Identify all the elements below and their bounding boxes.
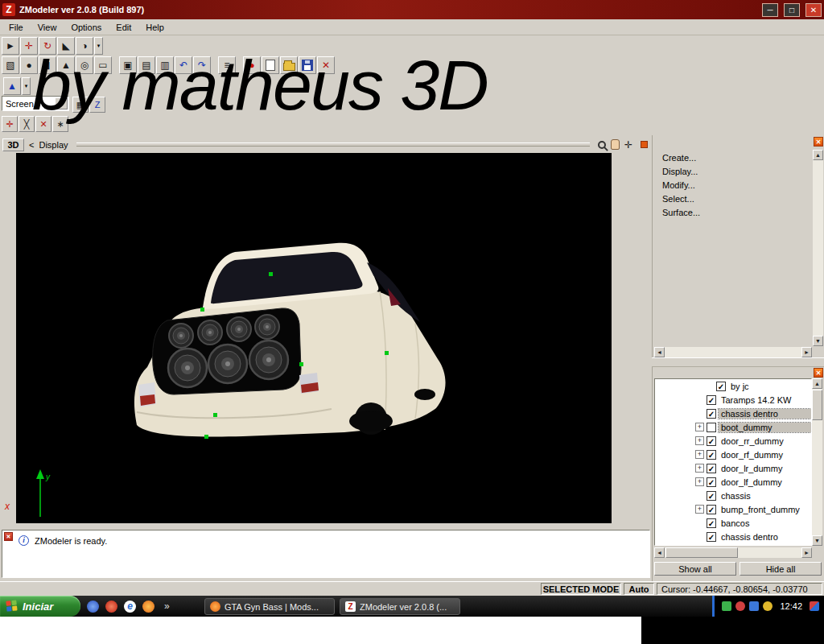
tree-item[interactable]: + ✓ door_lr_dummy	[655, 461, 811, 475]
command-modify[interactable]: Modify...	[662, 179, 700, 192]
expand-icon[interactable]: +	[695, 505, 704, 514]
show-all-button[interactable]: Show all	[654, 562, 736, 576]
view-indicator-icon[interactable]	[641, 141, 648, 148]
tree-item[interactable]: ✓ Taramps 14.2 KW	[655, 393, 811, 407]
scroll-down-icon[interactable]: ▼	[812, 535, 822, 546]
close-button[interactable]: ✕	[805, 3, 822, 17]
visibility-checkbox[interactable]: ✓	[707, 436, 716, 446]
tray-network-icon[interactable]	[749, 601, 759, 611]
render-icon[interactable]: ●	[243, 56, 261, 74]
menu-view[interactable]: View	[31, 20, 64, 35]
scroll-left-icon[interactable]: ◄	[654, 547, 665, 558]
vertex-tool-icon[interactable]: ✛	[2, 116, 18, 132]
tree-item[interactable]: + ✓ door_rf_dummy	[655, 448, 811, 461]
visibility-checkbox[interactable]: ✓	[707, 518, 716, 528]
save-icon[interactable]	[299, 56, 316, 74]
create-cylinder-icon[interactable]: ▮	[39, 56, 56, 74]
select-mode-icon[interactable]: ►	[2, 37, 19, 55]
tree-vscrollbar[interactable]: ▲ ▼	[812, 378, 822, 546]
minimize-button[interactable]: ─	[762, 3, 778, 17]
expand-icon[interactable]: +	[695, 436, 704, 445]
open-folder-icon[interactable]	[280, 56, 298, 74]
combobox-dropdown-icon[interactable]: ▾	[55, 97, 68, 109]
viewport-tab-3d[interactable]: 3D	[2, 138, 24, 151]
hide-all-button[interactable]: Hide all	[740, 562, 822, 576]
array-icon[interactable]: ▥	[156, 56, 174, 74]
tree-item[interactable]: ✓ by jc	[655, 379, 811, 393]
pan-hand-icon[interactable]	[611, 139, 620, 150]
expand-icon[interactable]: +	[695, 477, 704, 486]
tree-item[interactable]: + ✓ door_rr_dummy	[655, 434, 811, 448]
panel-close-icon[interactable]: ✕	[814, 368, 823, 378]
visibility-checkbox[interactable]: ✓	[707, 491, 716, 501]
redo-icon[interactable]: ↷	[193, 56, 211, 74]
modes-dropdown-icon[interactable]: ▾	[94, 37, 103, 55]
viewport-3d[interactable]: y	[16, 153, 612, 523]
quicklaunch-app-icon[interactable]	[87, 601, 99, 613]
titlebar[interactable]: Z ZModeler ver 2.0.8 (Build 897) ─ □ ✕	[0, 0, 824, 19]
clock[interactable]: 12:42	[780, 601, 802, 611]
screen-combobox[interactable]: Screen ▾	[2, 96, 69, 111]
copy-icon[interactable]: ▣	[119, 56, 137, 74]
quicklaunch-overflow-icon[interactable]: »	[164, 601, 170, 612]
menu-options[interactable]: Options	[64, 20, 109, 35]
tree-item[interactable]: ✓ bancos	[655, 516, 811, 530]
scroll-up-icon[interactable]: ▲	[813, 150, 823, 160]
visibility-checkbox[interactable]: ✓	[707, 532, 716, 542]
menu-edit[interactable]: Edit	[109, 20, 138, 35]
command-display[interactable]: Display...	[662, 165, 700, 179]
visibility-checkbox[interactable]: ✓	[707, 505, 716, 514]
command-select[interactable]: Select...	[662, 192, 700, 206]
start-button[interactable]: Iniciar	[0, 596, 80, 617]
scroll-right-icon[interactable]: ►	[801, 547, 812, 558]
command-surface[interactable]: Surface...	[662, 206, 700, 220]
visibility-checkbox[interactable]: ✓	[707, 450, 716, 460]
mirror-tool-icon[interactable]: ◑	[76, 37, 93, 55]
scroll-up-icon[interactable]: ▲	[812, 378, 822, 389]
tray-update-icon[interactable]	[735, 601, 745, 611]
panel-splitter[interactable]	[652, 357, 824, 367]
edge-tool-icon[interactable]: ╳	[19, 116, 35, 132]
command-create[interactable]: Create...	[662, 151, 700, 165]
commands-vscrollbar[interactable]: ▲ ▼	[813, 150, 823, 346]
visibility-checkbox[interactable]: ✓	[716, 382, 726, 391]
scale-tool-icon[interactable]: ◣	[57, 37, 75, 55]
weld-tool-icon[interactable]: ∗	[52, 116, 68, 132]
collapse-arrow-icon[interactable]: <	[29, 140, 34, 150]
delete-icon[interactable]: ✕	[317, 56, 335, 74]
grid-snap-icon[interactable]: ▦	[72, 97, 89, 113]
tree-item[interactable]: + ✓ bump_front_dummy	[655, 502, 811, 516]
visibility-checkbox[interactable]: ✓	[707, 395, 716, 405]
paste-icon[interactable]: ▤	[138, 56, 155, 74]
scroll-left-icon[interactable]: ◄	[654, 347, 665, 357]
auto-indicator[interactable]: Auto	[624, 583, 654, 595]
z-axis-icon[interactable]: Z	[89, 97, 105, 113]
visibility-checkbox[interactable]: ✓	[707, 464, 716, 473]
tray-volume-icon[interactable]	[763, 601, 772, 611]
create-plane-icon[interactable]: ▭	[94, 56, 112, 74]
tray-shield-icon[interactable]	[722, 601, 731, 611]
move-view-icon[interactable]: ✛	[624, 139, 632, 151]
panel-close-icon[interactable]: ✕	[814, 137, 823, 147]
tree-item[interactable]: ✓ chassis	[655, 489, 811, 502]
tree-item[interactable]: + boot_dummy	[655, 420, 811, 434]
quicklaunch-opera-icon[interactable]	[105, 601, 117, 613]
scrollbar-thumb[interactable]	[665, 547, 738, 558]
visibility-checkbox[interactable]: ✓	[707, 477, 716, 487]
layers-icon[interactable]: ≡	[218, 56, 236, 74]
pointer-mode-icon[interactable]: ▲	[3, 77, 21, 95]
expand-icon[interactable]: +	[695, 423, 704, 431]
undo-icon[interactable]: ↶	[175, 56, 192, 74]
new-file-icon[interactable]	[262, 56, 279, 74]
scroll-down-icon[interactable]: ▼	[813, 336, 823, 346]
viewport-mode-label[interactable]: Display	[39, 140, 68, 150]
message-close-icon[interactable]: ✕	[4, 532, 13, 541]
visibility-checkbox[interactable]: ✓	[707, 409, 716, 419]
zoom-icon[interactable]	[598, 141, 606, 149]
tree-item[interactable]: ✓ chassis dentro	[655, 407, 811, 420]
pointer-dropdown-icon[interactable]: ▾	[22, 77, 31, 95]
menu-help[interactable]: Help	[138, 20, 171, 35]
move-tool-icon[interactable]: ✛	[20, 37, 38, 55]
tree-item[interactable]: ✓ chassis dentro	[655, 530, 811, 543]
taskbar-task-browser[interactable]: GTA Gyn Bass | Mods...	[204, 598, 335, 615]
